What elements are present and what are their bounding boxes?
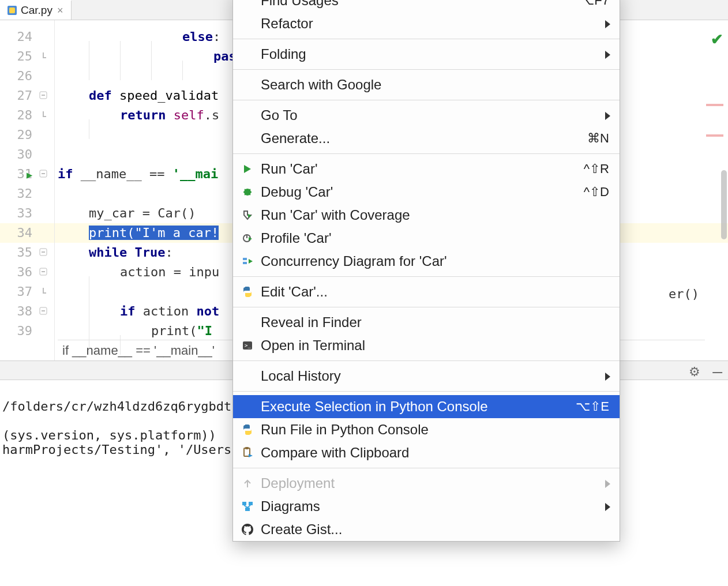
menu-label: Open in Terminal [261,337,365,354]
menu-label: Go To [261,107,298,123]
code-line[interactable] [58,282,120,302]
menu-deployment: Deployment [233,472,620,495]
code-line[interactable]: if __name__ == '__mai [58,164,218,184]
fold-end-icon[interactable] [39,111,48,120]
code-line[interactable]: print("I [58,321,212,341]
line-number: 24 [9,27,32,47]
fold-start-icon[interactable] [39,248,48,257]
code-line[interactable]: else: [58,27,220,47]
menu-separator [233,360,620,361]
line-number: 38 [9,302,32,321]
coverage-icon [240,208,255,223]
fold-start-icon[interactable] [39,268,48,277]
gutter-run-icon[interactable]: ▶ [27,169,32,181]
svg-rect-27 [245,447,249,449]
svg-rect-29 [242,502,246,505]
svg-rect-31 [245,508,250,511]
menu-label: Folding [261,46,306,62]
menu-profile-car[interactable]: Profile 'Car' [233,227,620,250]
code-line[interactable]: if action not [58,302,219,321]
code-line[interactable]: while True: [58,243,173,262]
code-line[interactable]: action = inpu [58,262,219,282]
svg-marker-28 [249,454,253,457]
menu-refactor[interactable]: Refactor [233,12,620,35]
console-line: (sys.version, sys.platform)) [2,428,216,442]
concurrency-icon [240,254,255,269]
menu-label: Search with Google [261,77,381,93]
hide-panel-icon[interactable]: — [712,362,722,381]
code-line[interactable]: my_car = Car() [58,204,196,223]
fold-start-icon[interactable] [39,91,48,100]
code-line[interactable]: return self.s [58,106,219,125]
menu-label: Refactor [261,16,313,32]
menu-run-file-console[interactable]: Run File in Python Console [233,418,620,441]
python-icon [240,422,255,437]
menu-generate[interactable]: Generate... ⌘N [233,127,620,150]
fold-start-icon[interactable] [39,170,48,179]
menu-find-usages[interactable]: Find Usages ⌥F7 [233,0,620,12]
right-margin: ✔ [705,20,728,360]
line-number: 33 [9,204,32,223]
code-fragment-right: er() [669,287,699,301]
run-icon [240,161,255,176]
menu-execute-selection-console[interactable]: Execute Selection in Python Console ⌥⇧E [233,395,620,418]
svg-rect-30 [249,502,253,505]
fold-start-icon[interactable] [39,307,48,316]
menu-create-gist[interactable]: Create Gist... [233,518,620,541]
line-number: 28 [9,106,32,125]
menu-compare-clipboard[interactable]: Compare with Clipboard [233,441,620,464]
menu-go-to[interactable]: Go To [233,104,620,127]
menu-label: Compare with Clipboard [261,445,409,461]
svg-rect-1 [9,7,15,13]
editor-scrollbar-thumb[interactable] [721,170,727,239]
menu-label: Debug 'Car' [261,184,333,200]
github-icon [240,522,255,537]
menu-label: Run 'Car' with Coverage [261,207,410,223]
menu-shortcut: ⌘N [587,131,609,146]
line-number: 29 [9,125,32,145]
menu-local-history[interactable]: Local History [233,365,620,388]
profile-icon [240,231,255,246]
menu-run-coverage[interactable]: Run 'Car' with Coverage [233,204,620,227]
menu-diagrams[interactable]: Diagrams [233,495,620,518]
menu-edit-car[interactable]: Edit 'Car'... [233,280,620,303]
fold-end-icon[interactable] [39,287,48,296]
error-stripe-mark[interactable] [706,134,723,137]
menu-shortcut: ⌥⇧E [576,399,609,414]
svg-rect-21 [243,258,247,260]
menu-label: Run File in Python Console [261,422,429,438]
console-line: harmProjects/Testing', '/Users [2,442,231,457]
line-number: 32 [9,184,32,204]
inspections-ok-icon[interactable]: ✔ [711,31,723,48]
error-stripe-mark[interactable] [706,104,723,106]
menu-run-car[interactable]: Run 'Car' ^⇧R [233,157,620,181]
menu-separator [233,39,620,39]
menu-debug-car[interactable]: Debug 'Car' ^⇧D [233,181,620,204]
menu-label: Reveal in Finder [261,314,362,330]
line-number: 26 [9,66,32,86]
menu-open-terminal[interactable]: >_ Open in Terminal [233,334,620,357]
line-number: 39 [9,321,32,341]
gutter: 2425262728293031▶3233343536373839 [0,20,55,360]
line-number: 37 [9,282,32,302]
line-number: 34 [9,223,32,243]
file-tab-car[interactable]: Car.py × [0,0,72,20]
menu-search-google[interactable]: Search with Google [233,73,620,96]
menu-shortcut: ^⇧D [584,185,609,200]
code-line[interactable]: pass [58,47,244,66]
menu-separator [233,100,620,100]
menu-label: Create Gist... [261,521,342,538]
code-line[interactable]: def speed_validat [58,86,219,106]
code-line[interactable]: print("I'm a car! [58,223,219,243]
menu-separator [233,468,620,468]
gear-icon[interactable]: ⚙ [689,365,700,380]
deployment-icon [240,476,255,491]
close-tab-icon[interactable]: × [56,5,65,17]
fold-end-icon[interactable] [39,52,48,61]
menu-label: Diagrams [261,498,320,514]
menu-reveal-finder[interactable]: Reveal in Finder [233,311,620,334]
menu-folding[interactable]: Folding [233,43,620,66]
menu-concurrency-diagram[interactable]: Concurrency Diagram for 'Car' [233,250,620,273]
line-number: 30 [9,145,32,164]
file-tab-label: Car.py [21,4,52,17]
